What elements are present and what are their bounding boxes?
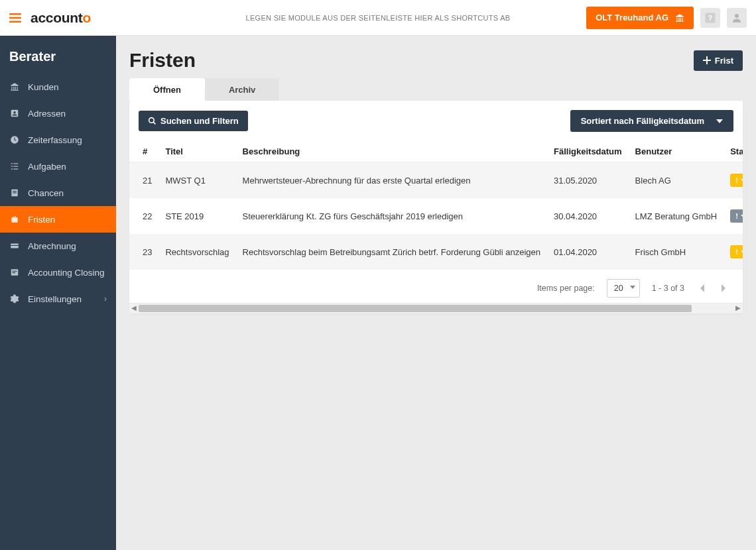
search-filter-button[interactable]: Suchen und Filtern: [139, 111, 248, 131]
billing-icon: [9, 241, 20, 250]
sidebar-item-kunden[interactable]: Kunden: [0, 74, 116, 100]
cell-num: 23: [129, 234, 158, 270]
status-dropdown[interactable]: !: [730, 174, 743, 187]
svg-point-7: [13, 111, 16, 114]
briefcase-icon: [9, 215, 20, 224]
cell-title: STE 2019: [158, 198, 235, 234]
sidebar-item-fristen[interactable]: Fristen: [0, 206, 116, 233]
sidebar-item-label: Aufgaben: [28, 162, 66, 172]
fristen-table: # Titel Beschreibung Fälligkeitsdatum Be…: [129, 141, 743, 270]
svg-rect-12: [13, 166, 18, 166]
add-frist-label: Frist: [715, 56, 733, 66]
sort-button[interactable]: Sortiert nach Fälligkeitsdatum: [570, 110, 733, 132]
tab-archive[interactable]: Archiv: [205, 78, 279, 101]
status-dropdown[interactable]: !: [730, 245, 743, 258]
contact-icon: [9, 109, 20, 118]
svg-rect-22: [13, 272, 16, 273]
horizontal-scrollbar[interactable]: ◀ ▶: [129, 303, 743, 313]
sidebar-item-chancen[interactable]: Chancen: [0, 180, 116, 206]
status-dropdown[interactable]: !: [730, 209, 743, 223]
col-due: Fälligkeitsdatum: [547, 141, 629, 162]
svg-rect-11: [11, 166, 13, 166]
table-wrapper: # Titel Beschreibung Fälligkeitsdatum Be…: [129, 141, 743, 270]
hamburger-icon[interactable]: [9, 13, 21, 23]
sidebar-item-abrechnung[interactable]: Abrechnung: [0, 233, 116, 259]
svg-rect-1: [9, 17, 21, 18]
svg-rect-13: [11, 169, 13, 170]
cell-user: Frisch GmbH: [629, 234, 724, 270]
sidebar-item-adressen[interactable]: Adressen: [0, 100, 116, 127]
svg-rect-2: [9, 21, 21, 22]
cell-title: Rechtsvorschlag: [158, 234, 235, 270]
sidebar-item-label: Adressen: [28, 109, 66, 119]
cell-desc: Steuererklärung Kt. ZG fürs Geschäftsjah…: [236, 198, 547, 234]
items-per-page-value: 20: [614, 284, 623, 293]
cell-due: 30.04.2020: [547, 198, 629, 234]
svg-rect-17: [13, 192, 17, 193]
cell-user: LMZ Beratung GmbH: [629, 198, 724, 234]
scroll-left-icon[interactable]: ◀: [131, 304, 137, 311]
table-card: Suchen und Filtern Sortiert nach Fälligk…: [129, 101, 743, 313]
search-filter-label: Suchen und Filtern: [160, 116, 239, 126]
svg-text:?: ?: [708, 13, 712, 21]
sidebar-item-label: Chancen: [28, 188, 64, 198]
sidebar-item-label: Kunden: [28, 82, 59, 92]
scroll-thumb[interactable]: [139, 305, 692, 312]
svg-rect-10: [13, 163, 18, 164]
org-selector-button[interactable]: OLT Treuhand AG: [586, 7, 694, 29]
svg-rect-16: [13, 191, 17, 192]
prev-page-button[interactable]: [696, 282, 707, 295]
sidebar-title: Berater: [0, 49, 116, 74]
sidebar-item-label: Einstellungen: [28, 294, 82, 304]
paginator: Items per page: 20 1 - 3 of 3: [129, 270, 743, 303]
sidebar-item-label: Fristen: [28, 215, 55, 225]
search-icon: [148, 117, 157, 125]
toolbar: Suchen und Filtern Sortiert nach Fälligk…: [129, 101, 743, 141]
chevron-right-icon: ›: [104, 294, 107, 303]
gear-icon: [9, 294, 20, 303]
app-header: accounto LEGEN SIE MODULE AUS DER SEITEN…: [0, 0, 756, 36]
doc-icon: [9, 188, 20, 197]
svg-point-5: [735, 14, 739, 18]
svg-rect-14: [13, 169, 18, 170]
col-title: Titel: [158, 141, 235, 162]
svg-rect-19: [11, 245, 19, 246]
col-num: #: [129, 141, 158, 162]
table-row: 22STE 2019Steuererklärung Kt. ZG fürs Ge…: [129, 198, 743, 234]
sidebar: Berater KundenAdressenZeiterfassungAufga…: [0, 36, 116, 550]
header-actions: OLT Treuhand AG ?: [586, 7, 747, 29]
items-per-page-label: Items per page:: [537, 284, 595, 293]
page-header: Fristen Frist: [129, 49, 743, 72]
svg-line-26: [153, 122, 155, 124]
sidebar-item-accounting-closing[interactable]: Accounting Closing: [0, 259, 116, 286]
cell-user: Blech AG: [629, 162, 724, 199]
svg-rect-21: [13, 271, 17, 272]
user-menu-button[interactable]: [727, 8, 747, 28]
items-per-page-select[interactable]: 20: [607, 279, 640, 298]
help-button[interactable]: ?: [700, 8, 720, 28]
table-row: 21MWST Q1Mehrwertsteuer-Abrechnung für d…: [129, 162, 743, 199]
svg-rect-0: [9, 13, 21, 15]
add-frist-button[interactable]: Frist: [694, 50, 743, 71]
page-range: 1 - 3 of 3: [652, 284, 684, 293]
bank-icon: [9, 82, 20, 91]
sort-label: Sortiert nach Fälligkeitsdatum: [581, 116, 704, 126]
sidebar-item-aufgaben[interactable]: Aufgaben: [0, 153, 116, 180]
col-user: Benutzer: [629, 141, 724, 162]
svg-point-25: [149, 118, 155, 123]
cell-desc: Rechtsvorschlag beim Betreibungsamt Züri…: [236, 234, 547, 270]
cell-num: 21: [129, 162, 158, 199]
sidebar-item-einstellungen[interactable]: Einstellungen›: [0, 286, 116, 312]
logo-text: account: [31, 10, 82, 25]
org-name: OLT Treuhand AG: [596, 13, 668, 23]
main-content: Fristen Frist Öffnen Archiv Suchen und F…: [116, 36, 756, 550]
cell-num: 22: [129, 198, 158, 234]
sidebar-item-zeiterfassung[interactable]: Zeiterfassung: [0, 127, 116, 153]
next-page-button[interactable]: [719, 282, 729, 295]
sidebar-item-label: Abrechnung: [28, 241, 76, 251]
tab-open[interactable]: Öffnen: [129, 78, 205, 101]
page-title: Fristen: [129, 49, 196, 72]
scroll-right-icon[interactable]: ▶: [735, 304, 741, 311]
shortcut-hint: LEGEN SIE MODULE AUS DER SEITENLEISTE HI…: [246, 14, 511, 22]
cell-title: MWST Q1: [158, 162, 235, 199]
